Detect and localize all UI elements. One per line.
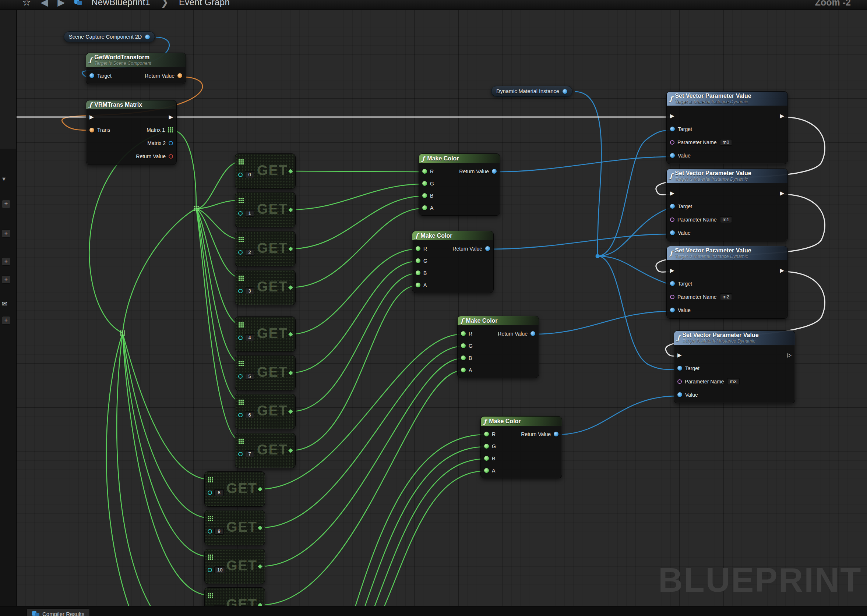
target-input-pin[interactable] [670, 204, 675, 209]
index-input-pin[interactable] [238, 452, 242, 456]
array-input-pin[interactable] [208, 593, 213, 598]
array-get-node[interactable]: 0 GET [235, 154, 296, 189]
index-input-pin[interactable] [238, 336, 242, 340]
r-input-pin[interactable] [484, 432, 489, 437]
parameter-name-field[interactable]: m2 [720, 293, 732, 300]
parameter-name-input-pin[interactable] [670, 295, 675, 299]
index-field[interactable]: 7 [245, 450, 254, 457]
a-input-pin[interactable] [461, 368, 466, 372]
array-input-pin[interactable] [208, 477, 213, 482]
node-make-color[interactable]: ƒ Make Color R Return Value G B A [480, 416, 562, 478]
element-output-pin[interactable] [288, 247, 293, 251]
array-get-node[interactable]: 4 GET [235, 316, 296, 352]
trans-input-pin[interactable] [90, 128, 94, 132]
index-input-pin[interactable] [238, 250, 242, 255]
array-get-node[interactable]: 2 GET [235, 231, 296, 266]
g-input-pin[interactable] [422, 181, 427, 186]
breadcrumb-blueprint[interactable]: NewBlueprint1 [91, 0, 150, 7]
value-input-pin[interactable] [670, 230, 675, 235]
array-input-pin[interactable] [239, 438, 244, 444]
index-field[interactable]: 1 [245, 210, 254, 217]
array-input-pin[interactable] [239, 322, 244, 327]
return-value-output-pin[interactable] [530, 331, 535, 336]
target-input-pin[interactable] [670, 281, 675, 286]
exec-input-pin[interactable]: ▶ [677, 352, 682, 358]
array-input-pin[interactable] [239, 198, 244, 203]
favorite-star-icon[interactable]: ☆ [22, 0, 31, 7]
b-input-pin[interactable] [415, 270, 420, 275]
node-set-vector-parameter-value[interactable]: ƒ Set Vector Parameter Value Target is M… [666, 168, 788, 241]
array-get-node[interactable]: 8 GET [205, 471, 265, 507]
array-get-node[interactable]: 9 GET [205, 510, 265, 545]
index-input-pin[interactable] [238, 374, 242, 379]
index-field[interactable]: 6 [245, 412, 254, 418]
return-value-output-pin[interactable] [492, 169, 497, 174]
index-field[interactable]: 0 [245, 171, 254, 178]
g-input-pin[interactable] [415, 258, 420, 263]
array-input-pin[interactable] [239, 237, 244, 242]
back-arrow-icon[interactable]: ◀ [41, 0, 48, 8]
index-field[interactable]: 5 [245, 373, 254, 380]
parameter-name-field[interactable]: m1 [720, 216, 732, 223]
index-input-pin[interactable] [208, 529, 212, 534]
array-get-node[interactable]: 1 GET [235, 192, 296, 228]
add-button[interactable]: + [2, 316, 10, 325]
array-input-pin[interactable] [239, 159, 244, 165]
parameter-name-input-pin[interactable] [670, 217, 675, 222]
add-button[interactable]: + [2, 200, 10, 208]
index-input-pin[interactable] [238, 211, 242, 215]
index-field[interactable]: 8 [214, 489, 224, 496]
b-input-pin[interactable] [461, 355, 466, 360]
array-output-pin[interactable] [168, 127, 173, 132]
chevron-down-icon[interactable]: ▾ [2, 175, 6, 183]
r-input-pin[interactable] [415, 246, 420, 251]
element-output-pin[interactable] [258, 525, 263, 530]
index-field[interactable]: 2 [245, 249, 254, 256]
array-input-pin[interactable] [239, 400, 244, 405]
array-input-pin[interactable] [239, 276, 244, 281]
array-get-node[interactable]: 6 GET [235, 394, 296, 429]
target-input-pin[interactable] [670, 127, 675, 131]
node-set-vector-parameter-value[interactable]: ƒ Set Vector Parameter Value Target is M… [674, 330, 795, 403]
exec-input-pin[interactable]: ▶ [670, 267, 675, 273]
node-make-color[interactable]: ƒ Make Color R Return Value G B A [457, 316, 539, 378]
index-field[interactable]: 9 [214, 528, 224, 535]
exec-output-pin[interactable]: ▶ [780, 113, 784, 118]
parameter-name-field[interactable]: m0 [720, 139, 732, 146]
add-button[interactable]: + [2, 229, 10, 238]
element-output-pin[interactable] [258, 487, 263, 492]
return-value-output-pin[interactable] [485, 246, 490, 251]
element-output-pin[interactable] [288, 448, 293, 453]
matrix2-output-pin[interactable] [168, 141, 173, 145]
index-field[interactable]: 3 [245, 288, 254, 294]
element-output-pin[interactable] [288, 285, 293, 290]
exec-input-pin[interactable]: ▶ [670, 113, 675, 118]
breadcrumb-graph[interactable]: Event Graph [179, 0, 230, 7]
parameter-name-input-pin[interactable] [677, 379, 682, 384]
element-output-pin[interactable] [288, 371, 293, 376]
index-input-pin[interactable] [238, 289, 242, 293]
value-input-pin[interactable] [677, 392, 682, 397]
exec-input-pin[interactable]: ▶ [670, 190, 675, 196]
parameter-name-input-pin[interactable] [670, 140, 675, 145]
exec-output-pin-unconnected[interactable]: ▷ [787, 352, 791, 358]
g-input-pin[interactable] [484, 444, 489, 449]
g-input-pin[interactable] [461, 343, 466, 348]
array-get-node[interactable]: 3 GET [235, 270, 296, 305]
element-output-pin[interactable] [288, 332, 293, 337]
object-output-pin[interactable] [145, 35, 150, 39]
element-output-pin[interactable] [288, 169, 293, 174]
array-get-node[interactable]: 7 GET [235, 433, 296, 468]
envelope-icon[interactable]: ✉ [2, 300, 7, 308]
exec-output-pin[interactable]: ▶ [780, 190, 784, 196]
node-set-vector-parameter-value[interactable]: ƒ Set Vector Parameter Value Target is M… [666, 246, 788, 319]
r-input-pin[interactable] [461, 331, 466, 336]
node-set-vector-parameter-value[interactable]: ƒ Set Vector Parameter Value Target is M… [666, 91, 788, 164]
value-input-pin[interactable] [670, 308, 675, 313]
node-get-world-transform[interactable]: ƒ GetWorldTransform Target is Scene Comp… [86, 53, 186, 84]
variable-node-dynamic-material-instance[interactable]: Dynamic Material Instance [491, 86, 573, 97]
element-output-pin[interactable] [288, 207, 293, 212]
b-input-pin[interactable] [484, 456, 489, 461]
a-input-pin[interactable] [484, 468, 489, 473]
object-output-pin[interactable] [563, 89, 567, 94]
